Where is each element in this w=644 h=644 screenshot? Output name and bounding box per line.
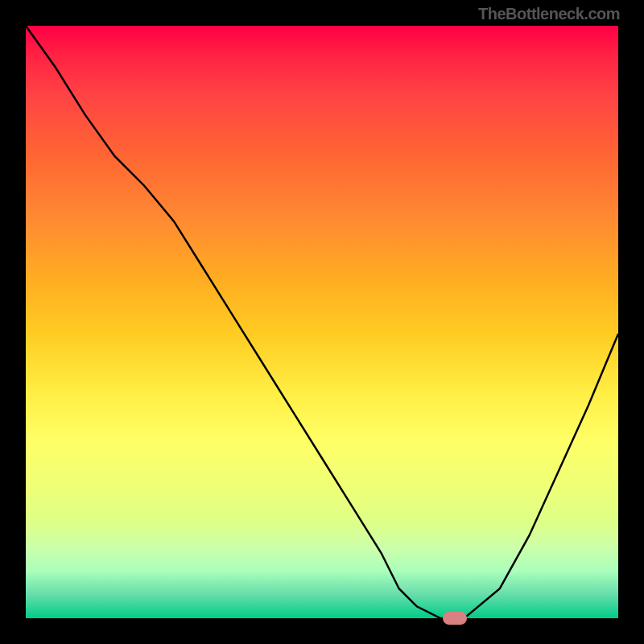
curve-svg [26,26,618,618]
optimum-marker [443,612,467,625]
plot-area [24,24,620,620]
chart-container: TheBottleneck.com [0,0,644,644]
watermark-text: TheBottleneck.com [478,5,620,23]
bottleneck-curve-path [26,26,618,618]
